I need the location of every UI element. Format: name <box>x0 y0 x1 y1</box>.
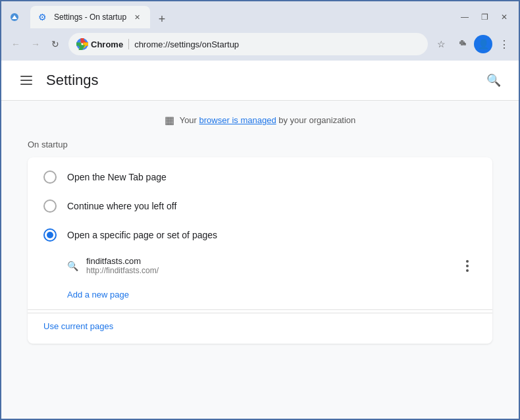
ham-line-2 <box>20 80 32 81</box>
close-button[interactable]: ✕ <box>495 8 513 26</box>
bookmark-button[interactable]: ☆ <box>432 35 450 53</box>
managed-text-before: Your browser is managed by your organiza… <box>180 115 356 125</box>
forward-button[interactable]: → <box>26 35 45 53</box>
startup-page-entry[interactable]: 🔍 finditfasts.com http://finditfasts.com… <box>28 249 492 282</box>
back-button[interactable]: ← <box>7 35 25 53</box>
chrome-logo-icon <box>76 38 88 50</box>
managed-icon: ▦ <box>165 114 174 126</box>
option-new-tab[interactable]: Open the New Tab page <box>28 163 492 192</box>
managed-text-after-span: by your organization <box>278 115 355 125</box>
page-info: finditfasts.com http://finditfasts.com/ <box>86 256 450 275</box>
title-bar: ⚙ Settings - On startup ✕ + — ❐ ✕ <box>1 1 519 29</box>
page-content: Settings 🔍 PC ▦ Your browser is managed … <box>1 61 519 419</box>
more-dot-3 <box>466 269 469 272</box>
managed-link[interactable]: browser is managed <box>199 115 276 125</box>
main-content: PC ▦ Your browser is managed by your org… <box>1 101 519 419</box>
page-site-url: http://finditfasts.com/ <box>86 266 450 275</box>
chrome-label: Chrome <box>91 39 123 49</box>
svg-rect-4 <box>463 43 466 45</box>
startup-card: Open the New Tab page Continue where you… <box>28 157 492 344</box>
address-icons: ☆ 👤 ⋮ <box>432 35 513 53</box>
hamburger-button[interactable] <box>14 68 38 92</box>
tab-close-button[interactable]: ✕ <box>132 12 142 22</box>
use-current-pages-link[interactable]: Use current pages <box>43 321 113 331</box>
address-bar: ← → ↻ Chrome chrome://settings/onStartup… <box>1 29 519 61</box>
url-separator <box>128 39 129 49</box>
option-continue-label: Continue where you left off <box>67 201 176 211</box>
ham-line-3 <box>20 84 32 85</box>
radio-specific[interactable] <box>43 228 57 242</box>
profile-button[interactable]: 👤 <box>474 35 492 53</box>
profile-icon: 👤 <box>478 39 489 49</box>
radio-continue[interactable] <box>43 199 57 213</box>
window-controls-right: — ❐ ✕ <box>455 8 513 26</box>
chrome-menu-button[interactable] <box>7 9 22 25</box>
current-pages-row: Use current pages <box>28 313 492 338</box>
option-continue[interactable]: Continue where you left off <box>28 192 492 221</box>
extensions-button[interactable] <box>453 35 471 53</box>
managed-notice: ▦ Your browser is managed by your organi… <box>28 114 492 126</box>
add-page-row: Add a new page <box>28 282 492 307</box>
chrome-logo-wrap: Chrome <box>76 38 123 50</box>
settings-search-button[interactable]: 🔍 <box>482 68 506 92</box>
page-search-icon: 🔍 <box>67 261 78 271</box>
option-new-tab-label: Open the New Tab page <box>67 172 167 182</box>
section-label: On startup <box>28 140 492 149</box>
settings-title: Settings <box>46 72 482 89</box>
option-specific-label: Open a specific page or set of pages <box>67 230 217 240</box>
browser-menu-button[interactable]: ⋮ <box>495 35 513 53</box>
active-tab[interactable]: ⚙ Settings - On startup ✕ <box>30 6 150 28</box>
settings-header: Settings 🔍 <box>1 61 519 101</box>
nav-arrows: ← → ↻ <box>7 35 65 53</box>
tab-favicon: ⚙ <box>38 12 49 22</box>
new-tab-button[interactable]: + <box>153 10 171 28</box>
card-divider <box>28 309 492 310</box>
maximize-button[interactable]: ❐ <box>475 8 494 26</box>
minimize-button[interactable]: — <box>455 8 474 26</box>
radio-inner-specific <box>47 232 53 238</box>
page-more-button[interactable] <box>458 257 477 275</box>
more-dot-2 <box>466 265 469 267</box>
ham-line-1 <box>20 76 32 77</box>
url-text: chrome://settings/onStartup <box>134 39 420 49</box>
reload-button[interactable]: ↻ <box>46 35 65 53</box>
page-site-name: finditfasts.com <box>86 256 450 266</box>
add-page-link[interactable]: Add a new page <box>67 290 129 300</box>
more-dot-1 <box>466 260 469 263</box>
radio-new-tab[interactable] <box>43 171 57 184</box>
address-input-wrap[interactable]: Chrome chrome://settings/onStartup <box>68 33 428 55</box>
browser-window: ⚙ Settings - On startup ✕ + — ❐ ✕ ← → ↻ <box>0 0 520 420</box>
tab-bar: ⚙ Settings - On startup ✕ + <box>30 6 453 28</box>
option-specific[interactable]: Open a specific page or set of pages <box>28 221 492 249</box>
managed-text-before-span: Your <box>180 115 197 125</box>
tab-title: Settings - On startup <box>54 13 126 22</box>
window-controls-left <box>7 9 22 25</box>
